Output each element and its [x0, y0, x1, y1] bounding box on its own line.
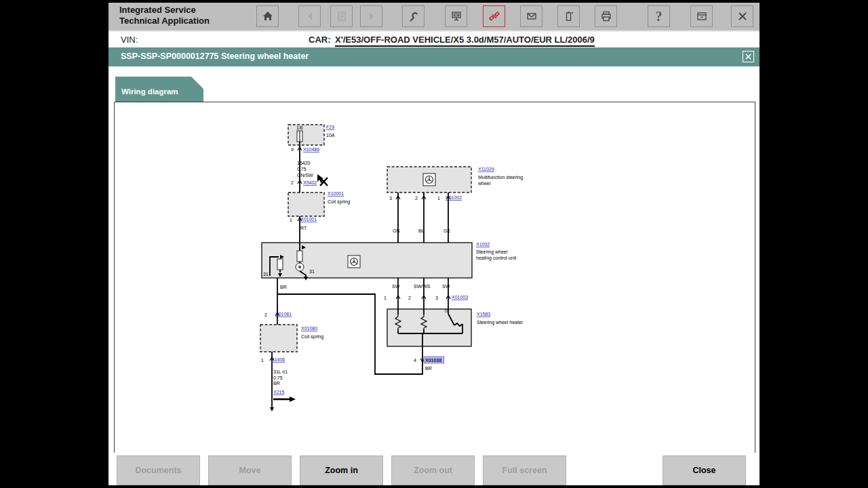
- printer-icon: [601, 11, 612, 22]
- fuse-box: [288, 125, 324, 145]
- diagram-text: BR: [273, 381, 280, 386]
- minimize-panel-button[interactable]: [690, 5, 713, 27]
- diagram-link[interactable]: X215: [273, 390, 284, 394]
- diagram-text: 1: [437, 196, 440, 201]
- diagram-link[interactable]: X01003: [452, 295, 468, 300]
- app-window: Integrated Service Technical Application: [108, 3, 760, 485]
- zoom-out-button: Zoom out: [391, 455, 475, 485]
- back-button: [298, 5, 321, 27]
- service-button[interactable]: [402, 5, 425, 27]
- close-icon: [737, 11, 748, 22]
- diagram-text: Multifunction steering: [478, 175, 523, 180]
- diagram-link[interactable]: X1406: [271, 357, 285, 362]
- home-icon: [262, 11, 273, 22]
- diagram-text: 2: [264, 312, 267, 317]
- tab-row: Wiring diagram: [108, 66, 760, 102]
- wrench-icon: [408, 11, 419, 22]
- fuse-symbol: [297, 131, 302, 142]
- res-symbol: [297, 251, 302, 262]
- diagram-text: RT: [300, 226, 307, 230]
- diagram-text: Coil spring: [328, 199, 350, 205]
- document-title-bar: SSP-SSP-SP0000012775 Steering wheel heat…: [108, 47, 760, 66]
- diagram-text: GN/SW: [297, 173, 313, 178]
- close-app-button[interactable]: [731, 5, 753, 27]
- diagram-text: wheel: [477, 181, 491, 186]
- diagram-text: BL: [418, 228, 425, 233]
- wiring-diagram-area[interactable]: 1/6F2910A9X10486154200.75GN/SW2X5402X100…: [114, 102, 755, 453]
- diagram-link[interactable]: X5402: [303, 180, 317, 185]
- diagram-link[interactable]: X11029: [478, 167, 494, 171]
- help-button[interactable]: ?: [648, 5, 670, 27]
- diagram-text: 4: [414, 358, 416, 363]
- diagram-link[interactable]: X01001: [300, 217, 317, 222]
- control-unit-box: [262, 243, 472, 278]
- monitor-device-icon: [451, 11, 462, 22]
- tab-wiring-diagram[interactable]: Wiring diagram: [115, 77, 203, 102]
- diagram-link[interactable]: F29: [326, 125, 334, 129]
- diagram-text: 3: [389, 196, 392, 201]
- diagram-text: 1: [290, 218, 292, 222]
- car-value: X'/E53/OFF-ROAD VEHICLE/X5 3.0d/M57/AUTO…: [335, 35, 595, 47]
- zoom-in-button[interactable]: Zoom in: [300, 455, 383, 485]
- home-button[interactable]: [256, 5, 279, 27]
- panel-collapse-icon: [696, 11, 707, 22]
- operations-button: [330, 5, 353, 27]
- forward-button: [360, 5, 382, 27]
- battery-button[interactable]: [557, 5, 580, 27]
- coil-spring-box-upper: [288, 192, 324, 216]
- diagram-text: 31: [309, 269, 315, 274]
- diagram-text: Coil spring: [301, 334, 323, 340]
- question-mark-icon: ?: [656, 9, 663, 24]
- diagram-link[interactable]: X1002: [476, 242, 490, 247]
- diagram-text: SW/WS: [414, 284, 431, 289]
- documents-button: Documents: [117, 455, 200, 485]
- diagram-text: 0.75: [297, 167, 307, 171]
- diagram-text: 1: [261, 358, 264, 363]
- broken-connection-icon: [489, 11, 500, 22]
- sw-symbol: [348, 256, 360, 268]
- operations-icon: [336, 11, 347, 22]
- diagram-link[interactable]: X01038: [425, 358, 441, 363]
- move-button: Move: [208, 455, 292, 485]
- diagram-link[interactable]: X01002: [446, 195, 462, 200]
- diagram-text: 3: [435, 296, 438, 300]
- diagram-text: 15420: [297, 161, 311, 165]
- diagram-text: 31L n1: [273, 369, 288, 374]
- diagram-text: Steering wheel: [476, 249, 508, 255]
- vin-label: VIN:: [121, 35, 138, 45]
- diagram-text: SW: [442, 284, 450, 289]
- app-title-line2: Technical Application: [119, 16, 210, 26]
- main-toolbar: Integrated Service Technical Application: [108, 3, 760, 32]
- document-close-button[interactable]: [743, 51, 754, 62]
- diagram-text: BR: [280, 285, 287, 289]
- diagram-link[interactable]: X10486: [303, 147, 319, 152]
- messages-button[interactable]: [520, 5, 542, 27]
- close-button[interactable]: Close: [663, 455, 746, 485]
- diagram-text: 1/6: [296, 125, 303, 130]
- diagram-link[interactable]: X01081: [275, 312, 292, 317]
- diagram-link[interactable]: X1583: [477, 312, 490, 317]
- diagram-text: GE: [443, 228, 450, 233]
- workshop-devices-button[interactable]: [445, 5, 467, 27]
- sw-symbol: [423, 174, 435, 186]
- app-title-line1: Integrated Service: [119, 5, 210, 16]
- gnd-symbol: [273, 396, 296, 402]
- document-title: SSP-SSP-SP0000012775 Steering wheel heat…: [121, 52, 309, 61]
- diagram-text: 2: [415, 196, 418, 201]
- diagram-link[interactable]: X01080: [301, 326, 317, 331]
- diagram-text: 9: [291, 147, 294, 152]
- wiring-diagram-canvas[interactable]: 1/6F2910A9X10486154200.75GN/SW2X5402X100…: [115, 102, 755, 453]
- diagram-text: 2: [291, 180, 294, 185]
- diagram-text: SW: [392, 284, 400, 289]
- envelope-icon: [526, 11, 537, 22]
- battery-icon: [564, 11, 574, 22]
- diagram-text: 1: [384, 296, 387, 300]
- print-button[interactable]: [595, 5, 617, 27]
- arrow-d-symbol: [270, 407, 274, 411]
- diagram-text: Steering wheel heater: [477, 320, 524, 325]
- app-title: Integrated Service Technical Application: [119, 5, 210, 27]
- connection-broken-button[interactable]: [483, 5, 505, 27]
- arrow-d-symbol: [304, 277, 308, 281]
- diagram-text: GN: [393, 228, 400, 233]
- diagram-link[interactable]: X10001: [328, 191, 344, 196]
